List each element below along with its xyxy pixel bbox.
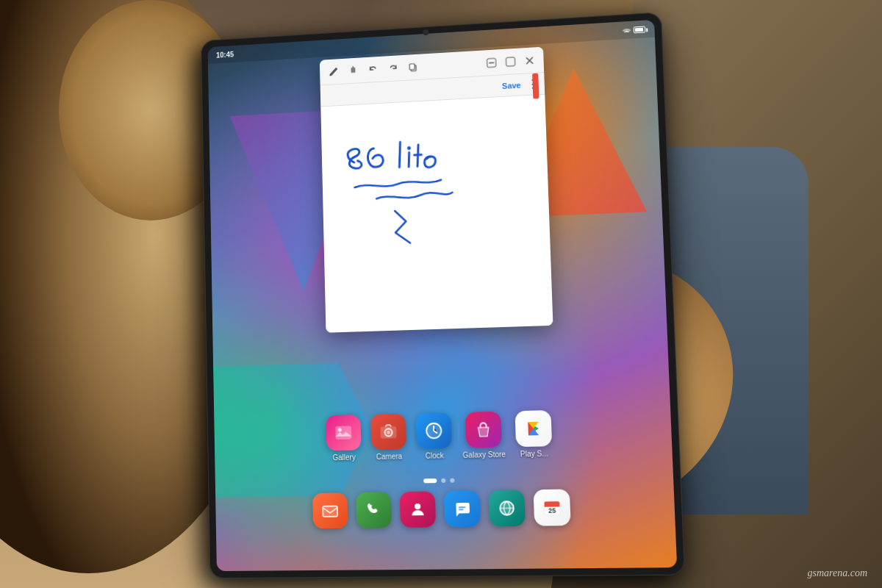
app-contacts-wrapper[interactable] <box>400 491 436 528</box>
status-icons <box>622 26 645 35</box>
copy-icon <box>408 62 418 72</box>
calendar-page-icon: 25 <box>542 498 562 517</box>
svg-point-4 <box>407 146 411 150</box>
close-icon <box>524 55 534 66</box>
redo-icon <box>388 63 398 74</box>
app-row: Gallery Camera <box>214 399 673 472</box>
tablet-body: 10:45 <box>201 12 685 578</box>
svg-rect-3 <box>506 57 514 65</box>
app-camera-wrapper[interactable]: Camera <box>370 414 406 462</box>
svg-rect-5 <box>335 426 351 440</box>
redo-button[interactable] <box>385 60 401 77</box>
phone-handset-icon <box>365 501 382 520</box>
svg-rect-1 <box>409 63 415 69</box>
app-browser-icon[interactable] <box>488 490 526 526</box>
svg-rect-11 <box>323 506 337 517</box>
app-clock-label: Clock <box>426 451 444 460</box>
pen-tool-button[interactable] <box>326 63 342 79</box>
camera-lens-icon <box>379 422 398 442</box>
status-time: 10:45 <box>216 50 234 59</box>
app-email-icon[interactable] <box>312 492 348 528</box>
app-clock-icon[interactable] <box>416 412 452 449</box>
app-gallery-label: Gallery <box>333 453 356 462</box>
undo-button[interactable] <box>365 61 381 78</box>
app-galaxy-store-label: Galaxy Store <box>462 451 506 459</box>
email-envelope-icon <box>320 501 340 520</box>
tablet-screen: 10:45 <box>208 20 678 571</box>
clock-face-icon <box>424 421 444 441</box>
wifi-icon <box>622 26 631 35</box>
app-gallery-icon[interactable] <box>326 415 361 451</box>
app-galaxy-store-icon[interactable] <box>465 412 502 448</box>
app-email-wrapper[interactable] <box>312 492 348 528</box>
main-scene: 10:45 <box>0 0 882 588</box>
app-messages-wrapper[interactable] <box>444 490 481 527</box>
app-dock: 25 <box>215 476 676 542</box>
svg-text:25: 25 <box>548 506 556 514</box>
app-play-label: Play S... <box>520 449 548 458</box>
maximize-icon <box>505 56 515 67</box>
app-phone-icon[interactable] <box>356 492 392 528</box>
app-calendar-wrapper[interactable]: 25 <box>534 489 571 526</box>
svg-point-12 <box>415 503 420 509</box>
store-bag-icon <box>473 420 493 440</box>
app-calendar-icon[interactable]: 25 <box>534 489 571 526</box>
battery-fill <box>635 27 643 32</box>
tablet-container: 10:45 <box>201 12 685 578</box>
note-toolbar-right <box>483 52 538 71</box>
battery-icon <box>634 26 646 33</box>
app-contacts-icon[interactable] <box>400 491 436 528</box>
note-toolbar-left <box>326 59 422 80</box>
app-phone-wrapper[interactable] <box>356 492 392 528</box>
app-play-icon[interactable] <box>514 410 552 447</box>
app-gallery-wrapper[interactable]: Gallery <box>326 415 362 462</box>
play-triangle-icon <box>524 420 542 438</box>
browser-globe-icon <box>498 499 516 517</box>
contacts-person-icon <box>409 501 427 519</box>
copy-button[interactable] <box>405 59 421 76</box>
note-pin <box>532 74 539 99</box>
app-browser-wrapper[interactable] <box>488 490 526 526</box>
note-save-button[interactable]: Save <box>502 80 521 90</box>
finger-icon <box>348 65 359 76</box>
note-minimize-button[interactable] <box>483 54 500 71</box>
finger-tool-button[interactable] <box>345 62 362 79</box>
note-app-popup[interactable]: Save ⋮ <box>320 47 553 333</box>
gallery-image-icon <box>334 423 353 442</box>
app-galaxy-store-wrapper[interactable]: Galaxy Store <box>462 412 506 459</box>
app-clock-wrapper[interactable]: Clock <box>416 412 453 460</box>
handwriting-svg <box>331 103 534 329</box>
undo-icon <box>368 64 379 74</box>
app-camera-label: Camera <box>376 452 403 461</box>
app-messages-icon[interactable] <box>444 490 481 527</box>
note-content[interactable] <box>320 95 553 333</box>
note-maximize-button[interactable] <box>502 53 519 70</box>
app-play-wrapper[interactable]: Play S... <box>514 410 552 458</box>
pen-icon <box>328 65 340 77</box>
messages-bubble-icon <box>453 500 471 518</box>
watermark: gsmarena.com <box>807 567 867 579</box>
app-camera-icon[interactable] <box>370 414 406 450</box>
minimize-icon <box>486 57 496 68</box>
note-close-button[interactable] <box>521 52 538 69</box>
